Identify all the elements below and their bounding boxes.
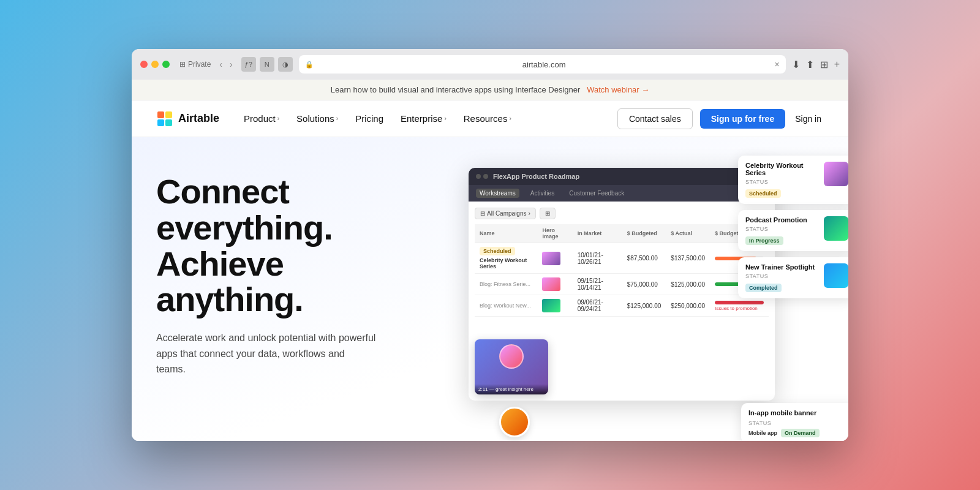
cell-market-2: 09/15/21-10/14/21	[573, 274, 622, 295]
dashboard-title: FlexApp Product Roadmap	[493, 173, 579, 180]
table-row: Scheduled Celebrity Workout Series 10/01…	[475, 243, 769, 274]
svg-rect-1	[165, 111, 172, 118]
browser-window: ⊞ Private ‹ › ƒ? N ◑ 🔒 airtable.com ×	[132, 49, 848, 441]
dot-1	[476, 174, 481, 179]
nav-pricing[interactable]: Pricing	[355, 113, 383, 124]
svg-rect-0	[157, 111, 164, 118]
nav-actions: Contact sales Sign up for free Sign in	[617, 108, 824, 129]
table-header-row: Name Hero Image In Market $ Budgeted $ A…	[475, 224, 769, 243]
nav-enterprise[interactable]: Enterprise ›	[401, 113, 447, 124]
video-timestamp: 2:11 — great insight here	[475, 384, 548, 394]
new-tab-icon[interactable]: +	[834, 59, 840, 70]
card-status-label-2: STATUS	[745, 226, 816, 232]
mobile-app-label: Mobile app	[748, 430, 777, 436]
signin-button[interactable]: Sign in	[793, 109, 824, 129]
card-badge-2: In Progress	[745, 236, 783, 245]
hero-title: Connect everything. Achieve anything.	[156, 174, 413, 318]
close-traffic-light[interactable]	[140, 61, 148, 68]
card-title-3: New Trainer Spotlight	[745, 263, 816, 271]
extension-notion[interactable]: N	[260, 57, 274, 72]
extension-fx[interactable]: ƒ?	[241, 57, 256, 72]
cell-budget-3: $125,000.00	[622, 295, 666, 317]
hero-section: Connect everything. Achieve anything. Ac…	[132, 137, 848, 441]
announcement-text: Learn how to build visual and interactiv…	[331, 85, 581, 94]
nav-solutions[interactable]: Solutions ›	[296, 113, 338, 124]
cell-market-3: 09/06/21-09/24/21	[573, 295, 622, 317]
nav-product[interactable]: Product ›	[244, 113, 279, 124]
back-button[interactable]: ‹	[217, 58, 225, 70]
dashboard-tab-feedback[interactable]: Customer Feedback	[565, 189, 628, 198]
col-name: Name	[475, 224, 537, 243]
col-budgeted: $ Budgeted	[622, 224, 666, 243]
group-button[interactable]: ⊞	[540, 208, 556, 219]
traffic-lights	[140, 61, 170, 68]
watch-webinar-link[interactable]: Watch webinar →	[587, 85, 649, 94]
filter-icon: ⊟	[480, 210, 485, 217]
filter-button[interactable]: ⊟ All Campaigns ›	[475, 208, 536, 219]
private-mode-label: ⊞ Private	[179, 60, 211, 69]
card-stack: Celebrity Workout Series STATUS Schedule…	[738, 156, 848, 298]
card-img-2	[824, 216, 848, 241]
hero-text: Connect everything. Achieve anything. Ac…	[156, 168, 413, 377]
dashboard-dots	[476, 174, 488, 179]
cell-name: Scheduled Celebrity Workout Series	[475, 243, 537, 274]
contact-sales-button[interactable]: Contact sales	[617, 108, 693, 129]
solutions-chevron-icon: ›	[336, 115, 338, 122]
dot-2	[483, 174, 488, 179]
hero-subtitle: Accelerate work and unlock potential wit…	[156, 330, 377, 377]
card-badge-3: Completed	[745, 284, 782, 292]
campaign-name-1: Celebrity Workout Series	[480, 257, 532, 270]
issues-label: Issues to promotion	[715, 306, 758, 311]
campaign-card-1: Celebrity Workout Series STATUS Schedule…	[738, 156, 848, 204]
minimize-traffic-light[interactable]	[151, 61, 159, 68]
logo[interactable]: Airtable	[156, 110, 219, 127]
address-bar[interactable]: 🔒 airtable.com ×	[299, 55, 786, 74]
bottom-card-title: In-app mobile banner	[748, 409, 848, 417]
cell-name-3: Blog: Workout New...	[475, 295, 537, 317]
card-status-label-3: STATUS	[745, 273, 816, 279]
table-row: Blog: Fitness Serie... 09/15/21-10/14/21…	[475, 274, 769, 295]
fullscreen-traffic-light[interactable]	[162, 61, 170, 68]
campaign-card-3: New Trainer Spotlight STATUS Completed	[738, 257, 848, 298]
share-icon[interactable]: ⬆	[806, 59, 814, 70]
hero-img-2	[542, 277, 560, 291]
browser-right-icons: ⬇ ⬆ ⊞ +	[792, 59, 840, 70]
progress-fill-3	[715, 301, 764, 304]
hero-visual: FlexApp Product Roadmap Workstreams Acti…	[432, 156, 848, 441]
dashboard-tab-activities[interactable]: Activities	[527, 189, 558, 198]
download-icon[interactable]: ⬇	[792, 59, 800, 70]
dashboard-content: ⊟ All Campaigns › ⊞ Name	[469, 202, 775, 323]
cell-actual-2: $125,000.00	[666, 274, 710, 295]
card-title-2: Podcast Promotion	[745, 216, 816, 224]
grid-icon[interactable]: ⊞	[820, 59, 828, 70]
card-badge-1: Scheduled	[745, 189, 781, 198]
dashboard-tab-workstreams[interactable]: Workstreams	[476, 189, 519, 198]
bottom-status-label: STATUS	[748, 420, 848, 426]
cell-name-2: Blog: Fitness Serie...	[475, 274, 537, 295]
browser-nav-arrows: ‹ ›	[217, 58, 235, 70]
extension-theme[interactable]: ◑	[278, 57, 293, 72]
group-icon: ⊞	[545, 210, 550, 217]
dashboard-toolbar: ⊟ All Campaigns › ⊞	[475, 208, 769, 219]
svg-rect-3	[165, 119, 172, 126]
hero-img-1	[542, 252, 560, 265]
signup-button[interactable]: Sign up for free	[700, 109, 785, 129]
lock-icon: 🔒	[305, 61, 314, 69]
cell-budget-1: $87,500.00	[622, 243, 666, 274]
resources-chevron-icon: ›	[509, 115, 511, 122]
cell-actual-1: $137,500.00	[666, 243, 710, 274]
browser-extensions: ƒ? N ◑	[241, 57, 293, 72]
navigation: Airtable Product › Solutions › Pricing E…	[132, 100, 848, 137]
cell-budget-2: $75,000.00	[622, 274, 666, 295]
address-close-button[interactable]: ×	[774, 59, 779, 69]
nav-links: Product › Solutions › Pricing Enterprise…	[244, 113, 617, 124]
nav-resources[interactable]: Resources ›	[464, 113, 511, 124]
forward-button[interactable]: ›	[227, 58, 235, 70]
table-row: Blog: Workout New... 09/06/21-09/24/21 $…	[475, 295, 769, 317]
hero-img-3	[542, 299, 560, 312]
enterprise-chevron-icon: ›	[444, 115, 446, 122]
col-hero: Hero Image	[537, 224, 572, 243]
video-avatar	[499, 344, 524, 369]
progress-bar-3	[715, 301, 764, 304]
product-chevron-icon: ›	[277, 115, 279, 122]
